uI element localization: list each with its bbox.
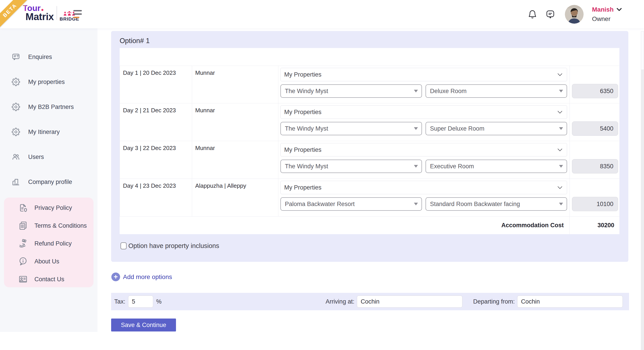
room-select[interactable]: Executive Room [426,160,567,173]
logo-dot [41,9,44,11]
logo-text: Tour Matrix [22,4,54,22]
table-row: Day 3 | 22 Dec 2023 Munnar My Properties… [120,141,620,179]
day-cell: Day 3 | 22 Dec 2023 [120,141,192,178]
dropdown-triangle-icon [414,127,418,130]
messages-chat-icon[interactable] [545,9,556,19]
cost-cell [570,141,620,178]
arriving-at-label: Arriving at: [326,298,354,305]
sidebar-item-label: Terms & Conditions [34,222,87,229]
accommodation-cost-label: Accommodation Cost [120,222,569,229]
sidebar-item-privacy-policy[interactable]: Privacy Policy [4,199,94,217]
info-bubble-icon [18,257,28,266]
table-row: Day 4 | 23 Dec 2023 Alappuzha | Alleppy … [120,179,620,216]
sidebar-item-my-properties[interactable]: My properties [0,76,98,88]
user-menu[interactable]: Manish Owner [592,6,622,22]
property-group-select[interactable]: My Properties [280,68,567,81]
room-cost-input[interactable] [572,159,618,174]
tax-input[interactable] [128,296,153,308]
room-select[interactable]: Super Deluxe Room [426,122,567,135]
add-more-options-button[interactable]: + Add more options [111,273,172,281]
sidebar-item-company-profile[interactable]: Company profile [0,176,98,188]
plus-icon: + [111,273,120,281]
selects-cell: My Properties The Windy Myst Super Delux… [278,103,570,141]
enquiry-chat-icon [12,53,20,61]
pages-icon [18,221,28,230]
sidebar-item-contact-us[interactable]: Contact Us [4,270,94,288]
sidebar-item-b2b-partners[interactable]: My B2B Partners [0,101,98,113]
arriving-group: Arriving at: [326,296,462,308]
room-cost-input[interactable] [572,197,618,211]
dropdown-triangle-icon [559,203,563,205]
location-cell: Alappuzha | Alleppy [192,179,278,216]
chevron-down-icon [558,186,562,189]
users-icon [12,153,20,161]
property-select[interactable]: The Windy Myst [280,122,422,135]
tax-percent-sign: % [156,298,162,305]
document-shield-icon [18,203,28,212]
gear-icon [12,103,20,111]
itinerary-panel: Day 1 | 20 Dec 2023 Munnar My Properties… [120,48,620,234]
property-group-select[interactable]: My Properties [280,143,567,157]
menu-hamburger-icon[interactable] [73,10,82,18]
cost-cell [570,179,620,216]
chevron-down-icon [558,111,562,114]
location-cell: Munnar [192,103,278,141]
property-select[interactable]: The Windy Myst [280,84,422,98]
sidebar-item-my-itinerary[interactable]: My Itinerary [0,126,98,138]
selects-cell: My Properties The Windy Myst Deluxe Room [278,66,570,103]
departing-group: Departing from: [473,296,623,308]
room-select[interactable]: Standard Room Backwater facing [426,197,567,211]
day-cell: Day 4 | 23 Dec 2023 [120,179,192,216]
property-inclusions-checkbox[interactable] [120,242,126,249]
tax-city-bar: Tax: % Arriving at: Departing from: [111,293,629,310]
room-select[interactable]: Deluxe Room [426,84,567,98]
user-avatar[interactable] [565,5,584,24]
room-cost-input[interactable] [572,121,618,136]
accommodation-total-row: Accommodation Cost 30200 [120,216,620,234]
top-header: BETA Tour Matrix BR [0,0,644,28]
contact-card-icon [18,275,28,284]
logo-matrix: Matrix [26,12,54,22]
day-cell: Day 1 | 20 Dec 2023 [120,66,192,103]
sidebar-item-label: Privacy Policy [34,204,72,211]
dropdown-triangle-icon [414,203,418,205]
sidebar-item-label: My Itinerary [28,129,60,136]
scrollbar-thumb[interactable] [641,31,644,70]
sidebar-item-label: Users [28,154,44,161]
sidebar-item-users[interactable]: Users [0,151,98,163]
sidebar: Enquires My properties My B2B Partners [0,28,98,332]
sidebar-item-enquires[interactable]: Enquires [0,51,98,63]
cost-cell [570,103,620,141]
departing-from-input[interactable] [517,296,623,308]
arriving-at-input[interactable] [357,296,462,308]
gear-icon [12,78,20,86]
sidebar-item-about-us[interactable]: About Us [4,252,94,270]
sidebar-item-label: Company profile [28,178,72,185]
chevron-down-icon [558,73,562,76]
room-cost-input[interactable] [572,84,618,98]
departing-from-label: Departing from: [473,298,515,305]
table-row: Day 1 | 20 Dec 2023 Munnar My Properties… [120,66,620,103]
sidebar-item-label: About Us [34,258,59,265]
option-card: Option# 1 Day 1 | 20 Dec 2023 Munnar My … [111,31,628,262]
table-row: Day 2 | 21 Dec 2023 Munnar My Properties… [120,103,620,141]
notifications-bell-icon[interactable] [527,9,538,19]
property-select[interactable]: The Windy Myst [280,160,422,173]
option-title: Option# 1 [120,37,150,45]
selects-cell: My Properties Paloma Backwater Resort St… [278,179,570,216]
accommodation-cost-value: 30200 [569,216,620,234]
scrollbar-track[interactable] [641,70,644,350]
property-select[interactable]: Paloma Backwater Resort [280,197,422,211]
property-inclusions-row: Option have property inclusions [120,242,219,250]
property-group-select[interactable]: My Properties [280,181,567,194]
add-more-options-label: Add more options [123,273,172,281]
property-group-select[interactable]: My Properties [280,105,567,119]
sidebar-item-refund-policy[interactable]: Refund Policy [4,235,94,252]
save-continue-button[interactable]: Save & Continue [111,319,176,332]
tax-label: Tax: [114,298,126,305]
sidebar-item-terms-conditions[interactable]: Terms & Conditions [4,217,94,235]
gear-icon [12,128,20,136]
dropdown-triangle-icon [559,90,563,92]
sidebar-item-label: Enquires [28,54,52,60]
location-cell: Munnar [192,141,278,178]
